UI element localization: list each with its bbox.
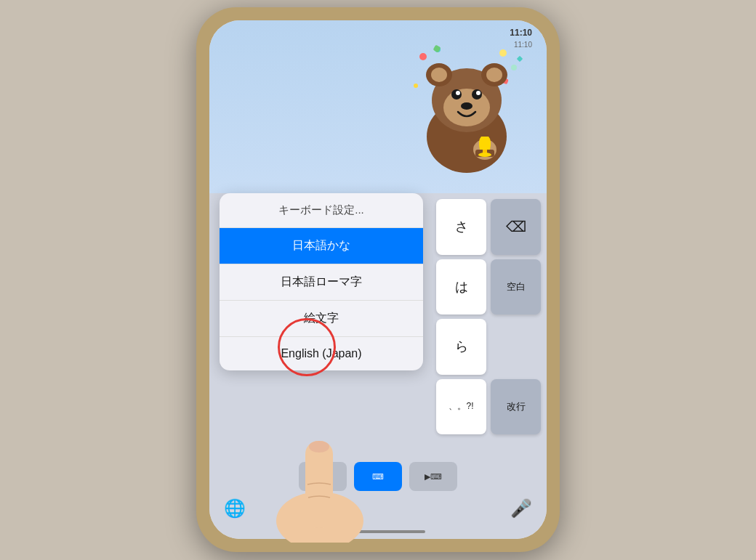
menu-item-settings[interactable]: キーボード設定... bbox=[220, 193, 423, 228]
chat-area: 11:10 bbox=[209, 20, 547, 195]
keyboard-dropdown-menu[interactable]: キーボード設定... 日本語かな 日本語ローマ字 絵文字 English (Ja… bbox=[220, 193, 423, 370]
hand bbox=[247, 397, 393, 545]
key-enter[interactable]: 改行 bbox=[491, 379, 541, 435]
menu-item-emoji[interactable]: 絵文字 bbox=[220, 301, 423, 337]
finger-svg bbox=[247, 397, 393, 543]
keyboard-right-keys: さ は 空白 ら 、。?! 改行 bbox=[430, 193, 547, 440]
globe-icon[interactable]: 🌐 bbox=[224, 498, 246, 519]
key-sa[interactable]: さ bbox=[436, 199, 486, 255]
svg-point-0 bbox=[419, 53, 427, 60]
key-punct[interactable]: 、。?! bbox=[436, 379, 486, 435]
status-time: 11:10 bbox=[510, 28, 532, 38]
menu-item-english[interactable]: English (Japan) bbox=[220, 337, 423, 370]
mic-icon-bottom[interactable]: 🎤 bbox=[510, 498, 532, 519]
menu-item-romaji[interactable]: 日本語ローマ字 bbox=[220, 264, 423, 301]
svg-point-3 bbox=[511, 65, 517, 70]
svg-point-26 bbox=[309, 441, 329, 453]
menu-item-kana[interactable]: 日本語かな bbox=[220, 228, 423, 264]
svg-point-19 bbox=[461, 102, 472, 110]
toolbar-btn-right[interactable]: ▶⌨ bbox=[409, 462, 457, 491]
svg-rect-7 bbox=[517, 56, 523, 62]
key-space[interactable]: 空白 bbox=[491, 259, 541, 315]
key-backspace[interactable] bbox=[491, 199, 541, 255]
svg-point-18 bbox=[476, 91, 480, 95]
status-bar: 11:10 bbox=[209, 20, 547, 41]
svg-point-2 bbox=[499, 49, 507, 57]
svg-point-4 bbox=[414, 84, 418, 88]
key-empty bbox=[491, 319, 541, 375]
svg-point-23 bbox=[478, 153, 491, 157]
scene: 11:10 bbox=[0, 0, 756, 560]
key-ra[interactable]: ら bbox=[436, 319, 486, 375]
key-ha[interactable]: は bbox=[436, 259, 486, 315]
keyboard-right-icon: ▶⌨ bbox=[425, 472, 442, 482]
svg-point-11 bbox=[431, 68, 447, 82]
svg-point-13 bbox=[486, 68, 502, 82]
bear-sticker bbox=[401, 42, 532, 173]
svg-point-17 bbox=[456, 91, 460, 95]
